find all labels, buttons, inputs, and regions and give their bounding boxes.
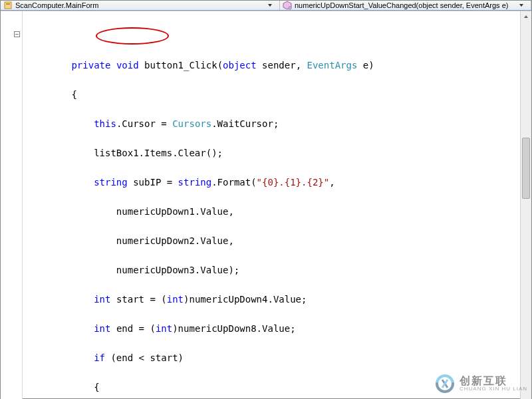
class-navigator-label: ScanComputer.MainForm: [15, 1, 267, 9]
code-text[interactable]: private void button1_Click(object sender…: [23, 11, 520, 399]
chevron-down-icon[interactable]: [267, 3, 277, 8]
class-navigator-dropdown[interactable]: ScanComputer.MainForm: [1, 1, 280, 10]
method-name: button1_Click: [144, 60, 217, 70]
keyword: private: [71, 60, 110, 70]
navigation-bar: ScanComputer.MainForm numericUpDownStart…: [1, 1, 531, 11]
outline-gutter: −: [1, 11, 23, 399]
watermark-text-cn: 创新互联: [460, 375, 527, 387]
class-icon: [3, 1, 13, 10]
editor-window: ScanComputer.MainForm numericUpDownStart…: [0, 0, 532, 399]
watermark: 创新互联 CHUANG XIN HU LIAN: [434, 373, 527, 394]
method-icon: [283, 1, 292, 10]
outline-collapse-toggle[interactable]: −: [14, 31, 20, 37]
scrollbar-thumb[interactable]: [522, 138, 530, 199]
scroll-up-arrow-icon[interactable]: [521, 11, 531, 22]
watermark-text-pinyin: CHUANG XIN HU LIAN: [460, 386, 527, 392]
chevron-down-icon[interactable]: [519, 3, 528, 8]
member-navigator-dropdown[interactable]: numericUpDownStart_ValueChanged(object s…: [280, 1, 531, 10]
vertical-scrollbar[interactable]: [520, 11, 531, 399]
type-name: EventArgs: [307, 60, 358, 70]
watermark-logo-icon: [434, 373, 456, 394]
code-editor[interactable]: − private void button1_Click(object send…: [1, 11, 531, 399]
svg-rect-0: [5, 2, 11, 9]
keyword: object: [223, 60, 257, 70]
member-navigator-label: numericUpDownStart_ValueChanged(object s…: [295, 1, 519, 9]
keyword: void: [116, 60, 139, 70]
svg-rect-1: [6, 3, 10, 5]
